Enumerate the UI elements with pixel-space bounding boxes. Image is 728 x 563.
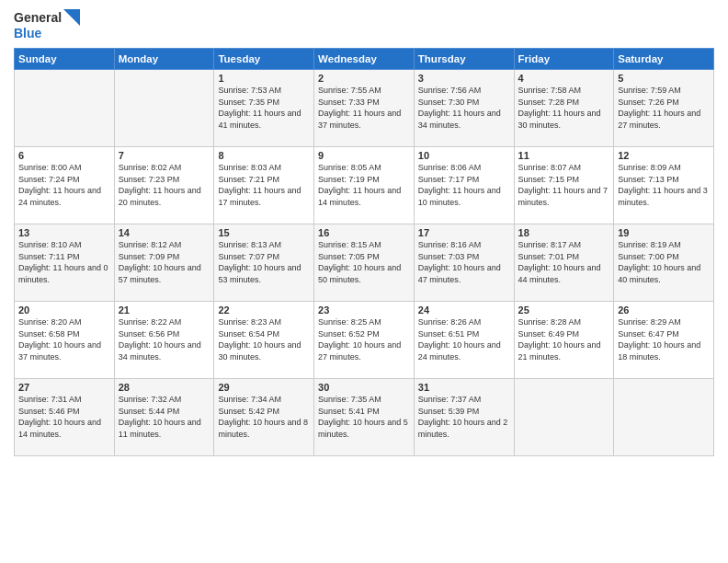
day-cell [614,379,714,456]
day-cell: 8Sunrise: 8:03 AMSunset: 7:21 PMDaylight… [214,147,314,224]
day-info: Sunrise: 7:56 AMSunset: 7:30 PMDaylight:… [418,85,510,131]
day-cell [15,70,115,147]
day-cell: 5Sunrise: 7:59 AMSunset: 7:26 PMDaylight… [614,70,714,147]
day-info: Sunrise: 7:32 AMSunset: 5:44 PMDaylight:… [119,394,210,440]
day-cell: 28Sunrise: 7:32 AMSunset: 5:44 PMDayligh… [114,379,214,456]
day-cell: 12Sunrise: 8:09 AMSunset: 7:13 PMDayligh… [614,147,714,224]
day-cell: 22Sunrise: 8:23 AMSunset: 6:54 PMDayligh… [214,302,314,379]
day-info: Sunrise: 8:00 AMSunset: 7:24 PMDaylight:… [18,162,110,208]
day-info: Sunrise: 8:16 AMSunset: 7:03 PMDaylight:… [418,239,510,285]
week-row-4: 20Sunrise: 8:20 AMSunset: 6:58 PMDayligh… [15,302,714,379]
day-cell: 10Sunrise: 8:06 AMSunset: 7:17 PMDayligh… [414,147,514,224]
day-cell: 4Sunrise: 7:58 AMSunset: 7:28 PMDaylight… [514,70,614,147]
day-info: Sunrise: 8:07 AMSunset: 7:15 PMDaylight:… [518,162,610,208]
day-number: 20 [18,304,110,316]
logo-general: General [14,10,62,25]
day-number: 15 [218,227,310,238]
day-number: 9 [318,150,410,161]
col-header-sunday: Sunday [15,49,115,70]
week-row-2: 6Sunrise: 8:00 AMSunset: 7:24 PMDaylight… [15,147,714,224]
day-info: Sunrise: 8:19 AMSunset: 7:00 PMDaylight:… [618,239,710,285]
day-number: 8 [218,150,310,161]
day-info: Sunrise: 7:58 AMSunset: 7:28 PMDaylight:… [518,85,610,131]
day-cell: 1Sunrise: 7:53 AMSunset: 7:35 PMDaylight… [214,70,314,147]
day-info: Sunrise: 7:53 AMSunset: 7:35 PMDaylight:… [218,85,310,131]
day-number: 23 [318,304,410,316]
day-info: Sunrise: 8:29 AMSunset: 6:47 PMDaylight:… [618,316,710,362]
day-number: 2 [318,73,410,84]
day-cell: 16Sunrise: 8:15 AMSunset: 7:05 PMDayligh… [314,224,415,302]
day-cell: 9Sunrise: 8:05 AMSunset: 7:19 PMDaylight… [314,147,415,224]
logo-blue: Blue [14,26,41,40]
day-info: Sunrise: 7:31 AMSunset: 5:46 PMDaylight:… [18,394,110,440]
day-info: Sunrise: 8:28 AMSunset: 6:49 PMDaylight:… [518,316,610,362]
day-number: 16 [318,227,410,238]
day-cell: 24Sunrise: 8:26 AMSunset: 6:51 PMDayligh… [414,302,514,379]
day-number: 30 [318,382,410,393]
day-cell: 2Sunrise: 7:55 AMSunset: 7:33 PMDaylight… [314,70,415,147]
day-number: 19 [618,227,710,238]
col-header-tuesday: Tuesday [214,49,314,70]
day-cell: 30Sunrise: 7:35 AMSunset: 5:41 PMDayligh… [314,379,415,456]
day-info: Sunrise: 8:25 AMSunset: 6:52 PMDaylight:… [318,316,410,362]
day-number: 25 [518,304,610,316]
day-number: 13 [18,227,110,238]
day-number: 12 [618,150,710,161]
day-info: Sunrise: 8:15 AMSunset: 7:05 PMDaylight:… [318,239,410,285]
day-number: 7 [119,150,210,161]
day-cell: 13Sunrise: 8:10 AMSunset: 7:11 PMDayligh… [15,224,115,302]
day-cell [514,379,614,456]
header: General Blue [14,9,714,40]
logo: General Blue [14,9,80,40]
day-info: Sunrise: 8:05 AMSunset: 7:19 PMDaylight:… [318,162,410,208]
day-cell: 19Sunrise: 8:19 AMSunset: 7:00 PMDayligh… [614,224,714,302]
calendar-table: SundayMondayTuesdayWednesdayThursdayFrid… [14,48,714,456]
day-cell: 14Sunrise: 8:12 AMSunset: 7:09 PMDayligh… [114,224,214,302]
col-header-monday: Monday [114,49,214,70]
day-cell: 23Sunrise: 8:25 AMSunset: 6:52 PMDayligh… [314,302,415,379]
day-info: Sunrise: 8:06 AMSunset: 7:17 PMDaylight:… [418,162,510,208]
day-info: Sunrise: 8:20 AMSunset: 6:58 PMDaylight:… [18,316,110,362]
day-info: Sunrise: 7:55 AMSunset: 7:33 PMDaylight:… [318,85,410,131]
day-number: 3 [418,73,510,84]
day-info: Sunrise: 8:02 AMSunset: 7:23 PMDaylight:… [119,162,210,208]
day-cell: 17Sunrise: 8:16 AMSunset: 7:03 PMDayligh… [414,224,514,302]
day-info: Sunrise: 7:34 AMSunset: 5:42 PMDaylight:… [218,394,310,440]
day-number: 11 [518,150,610,161]
day-info: Sunrise: 7:59 AMSunset: 7:26 PMDaylight:… [618,85,710,131]
col-header-thursday: Thursday [414,49,514,70]
col-header-saturday: Saturday [614,49,714,70]
day-cell: 6Sunrise: 8:00 AMSunset: 7:24 PMDaylight… [15,147,115,224]
day-info: Sunrise: 8:22 AMSunset: 6:56 PMDaylight:… [119,316,210,362]
day-number: 17 [418,227,510,238]
day-info: Sunrise: 8:13 AMSunset: 7:07 PMDaylight:… [218,239,310,285]
day-number: 1 [218,73,310,84]
day-info: Sunrise: 8:17 AMSunset: 7:01 PMDaylight:… [518,239,610,285]
week-row-1: 1Sunrise: 7:53 AMSunset: 7:35 PMDaylight… [15,70,714,147]
day-cell: 11Sunrise: 8:07 AMSunset: 7:15 PMDayligh… [514,147,614,224]
day-number: 4 [518,73,610,84]
col-header-friday: Friday [514,49,614,70]
day-info: Sunrise: 8:26 AMSunset: 6:51 PMDaylight:… [418,316,510,362]
day-info: Sunrise: 8:10 AMSunset: 7:11 PMDaylight:… [18,239,110,285]
day-number: 18 [518,227,610,238]
svg-marker-0 [63,9,80,26]
day-number: 22 [218,304,310,316]
day-number: 31 [418,382,510,393]
week-row-5: 27Sunrise: 7:31 AMSunset: 5:46 PMDayligh… [15,379,714,456]
day-cell: 3Sunrise: 7:56 AMSunset: 7:30 PMDaylight… [414,70,514,147]
day-number: 24 [418,304,510,316]
day-info: Sunrise: 7:37 AMSunset: 5:39 PMDaylight:… [418,394,510,440]
day-cell: 18Sunrise: 8:17 AMSunset: 7:01 PMDayligh… [514,224,614,302]
day-info: Sunrise: 8:03 AMSunset: 7:21 PMDaylight:… [218,162,310,208]
day-cell: 25Sunrise: 8:28 AMSunset: 6:49 PMDayligh… [514,302,614,379]
day-cell: 26Sunrise: 8:29 AMSunset: 6:47 PMDayligh… [614,302,714,379]
day-info: Sunrise: 7:35 AMSunset: 5:41 PMDaylight:… [318,394,410,440]
day-number: 26 [618,304,710,316]
header-row: SundayMondayTuesdayWednesdayThursdayFrid… [15,49,714,70]
day-number: 27 [18,382,110,393]
day-number: 10 [418,150,510,161]
day-number: 14 [119,227,210,238]
day-cell: 31Sunrise: 7:37 AMSunset: 5:39 PMDayligh… [414,379,514,456]
logo-triangle-icon [63,9,80,26]
